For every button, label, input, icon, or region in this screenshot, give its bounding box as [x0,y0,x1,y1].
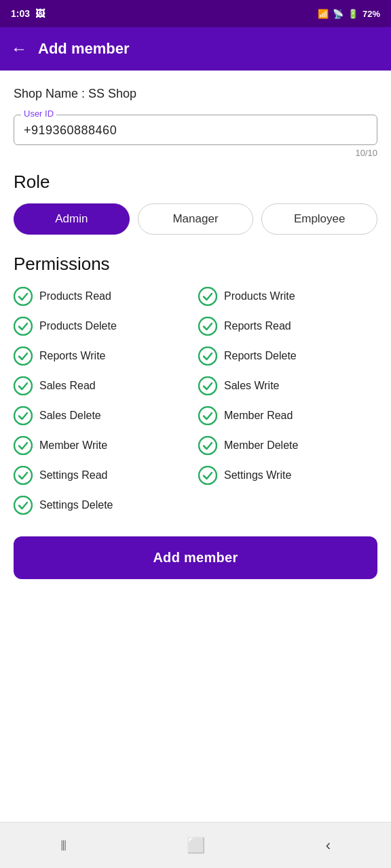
svg-point-6 [14,377,32,395]
svg-point-0 [14,288,32,305]
battery-level: 72% [362,9,380,19]
permission-item: Reports Read [198,317,377,336]
role-section-title: Role [14,172,377,193]
permission-label: Reports Write [39,350,106,362]
permission-item: Reports Write [14,347,193,366]
char-count: 10/10 [14,148,377,158]
role-buttons: Admin Manager Employee [14,203,377,235]
status-bar: 1:03 🖼 📶 📡 🔋 72% [0,0,391,27]
shop-name-label: Shop Name : SS Shop [14,87,377,101]
permission-item: Reports Delete [198,347,377,366]
back-button[interactable]: ← [11,39,27,58]
check-circle-icon [14,436,33,455]
svg-point-3 [199,317,217,335]
permission-label: Member Delete [224,439,298,452]
svg-point-11 [199,437,217,454]
check-circle-icon [198,436,217,455]
permission-item: Sales Read [14,376,193,395]
role-btn-admin[interactable]: Admin [14,203,130,235]
check-circle-icon [198,287,217,306]
permission-item: Member Write [14,436,193,455]
svg-point-5 [199,347,217,365]
permission-label: Sales Write [224,380,280,392]
nav-back-icon[interactable]: ‹ [326,837,331,854]
page-title: Add member [38,40,129,58]
svg-point-12 [14,467,32,484]
permission-label: Reports Read [224,320,291,332]
svg-point-13 [199,467,217,484]
permission-label: Products Write [224,290,295,302]
check-circle-icon [14,466,33,485]
permission-label: Member Read [224,410,293,422]
svg-point-2 [14,317,32,335]
permission-label: Settings Read [39,469,108,481]
check-circle-icon [14,376,33,395]
permission-label: Products Delete [39,320,117,332]
check-circle-icon [14,317,33,336]
permissions-grid: Products ReadProducts WriteProducts Dele… [14,287,377,515]
user-id-label: User ID [21,108,56,119]
permission-item: Sales Write [198,376,377,395]
permission-item: Member Delete [198,436,377,455]
permission-item: Settings Delete [14,496,193,515]
check-circle-icon [198,347,217,366]
permissions-title: Permissions [14,254,377,275]
wifi-icon: 📡 [333,9,343,19]
add-member-button[interactable]: Add member [14,536,377,579]
check-circle-icon [198,466,217,485]
check-circle-icon [14,347,33,366]
permission-item: Products Write [198,287,377,306]
permission-label: Settings Delete [39,499,113,511]
nav-home-icon[interactable]: ⬜ [187,837,205,854]
user-id-value: +919360888460 [24,123,367,138]
main-content: Shop Name : SS Shop User ID +91936088846… [0,71,391,822]
nav-menu-icon[interactable]: ⦀ [60,837,67,854]
permission-item: Sales Delete [14,406,193,425]
header: ← Add member [0,27,391,71]
permission-label: Reports Delete [224,350,297,362]
role-btn-employee[interactable]: Employee [261,203,377,235]
battery-icon: 🔋 [348,9,358,19]
permission-label: Settings Write [224,469,291,481]
role-btn-manager[interactable]: Manager [138,203,254,235]
svg-point-1 [199,288,217,305]
svg-point-4 [14,347,32,365]
svg-point-14 [14,496,32,514]
svg-point-8 [14,407,32,425]
nav-bar: ⦀ ⬜ ‹ [0,822,391,868]
permission-item: Products Read [14,287,193,306]
permission-item: Settings Read [14,466,193,485]
check-circle-icon [14,406,33,425]
time: 1:03 [11,8,30,19]
check-circle-icon [198,317,217,336]
permission-item: Member Read [198,406,377,425]
check-circle-icon [14,496,33,515]
check-circle-icon [198,406,217,425]
photo-icon: 🖼 [35,8,45,19]
permission-label: Products Read [39,290,111,302]
check-circle-icon [198,376,217,395]
permission-item: Settings Write [198,466,377,485]
svg-point-10 [14,437,32,454]
status-bar-left: 1:03 🖼 [11,8,45,19]
sim-icon: 📶 [318,9,329,19]
permission-item: Products Delete [14,317,193,336]
svg-point-7 [199,377,217,395]
permission-label: Member Write [39,439,107,452]
status-bar-right: 📶 📡 🔋 72% [318,9,380,19]
user-id-field[interactable]: User ID +919360888460 [14,115,377,145]
permission-label: Sales Read [39,380,96,392]
svg-point-9 [199,407,217,425]
check-circle-icon [14,287,33,306]
permission-label: Sales Delete [39,410,101,422]
